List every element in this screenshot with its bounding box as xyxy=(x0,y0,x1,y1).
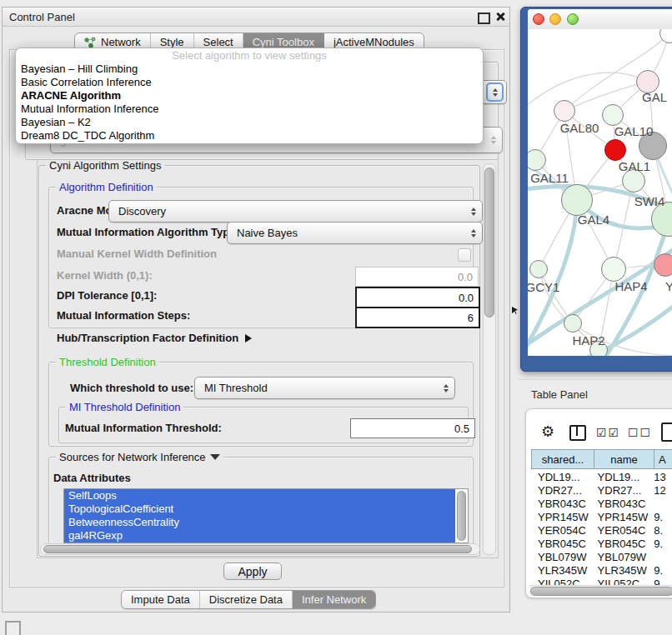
table-row[interactable]: YBR043C YBR043C xyxy=(531,497,672,510)
network-window-titlebar xyxy=(528,9,672,30)
table-row[interactable]: YER054C YER054C 8. xyxy=(531,523,672,537)
vertical-scrollbar-thumb[interactable] xyxy=(484,168,494,318)
mi-type-combo[interactable]: Naive Bayes xyxy=(227,222,483,244)
popup-item[interactable]: Bayesian – K2 xyxy=(16,116,483,129)
select-all-icon[interactable]: ☑☑ xyxy=(596,426,620,439)
popup-item[interactable]: Basic Correlation Inference xyxy=(16,76,483,89)
kernel-width-input[interactable]: 0.0 xyxy=(355,267,479,287)
expanded-arrow-icon[interactable] xyxy=(210,454,220,460)
manual-kernel-checkbox[interactable] xyxy=(458,248,471,262)
deselect-all-icon[interactable]: ☐☐ xyxy=(628,426,652,439)
close-traffic-light[interactable] xyxy=(533,13,544,25)
popup-item-selected[interactable]: ARACNE Algorithm xyxy=(16,89,483,102)
which-threshold-value: MI Threshold xyxy=(204,382,268,394)
node-label: GAL80 xyxy=(553,121,606,135)
table-panel-card: ⚙ ☑☑ ☐☐ shared... name A YDL19... YDL19.… xyxy=(525,408,672,598)
data-attributes-list[interactable]: SelfLoops TopologicalCoefficient Between… xyxy=(63,488,469,543)
network-node-selected[interactable] xyxy=(604,139,626,161)
list-item[interactable]: TopologicalCoefficient xyxy=(64,502,455,516)
combo-focus-button[interactable] xyxy=(486,82,504,102)
columns-icon[interactable] xyxy=(569,425,586,441)
table-row[interactable]: YDL19... YDL19... 13 xyxy=(531,470,672,483)
cell: YLR345W xyxy=(531,564,593,577)
screen: { "window": { "title": "Control Panel" }… xyxy=(0,0,672,635)
mi-steps-input[interactable]: 6 xyxy=(355,307,480,328)
horizontal-scrollbar-thumb[interactable] xyxy=(43,545,472,553)
dpi-tolerance-input[interactable]: 0.0 xyxy=(355,287,480,308)
tab-impute-data[interactable]: Impute Data xyxy=(122,591,200,608)
cell: YDR27... xyxy=(531,484,593,497)
collapsed-arrow-icon xyxy=(245,334,252,342)
column-header[interactable]: name xyxy=(594,449,654,469)
cyni-settings-legend: Cyni Algorithm Settings xyxy=(46,159,164,172)
cell: YBR043C xyxy=(531,498,593,510)
minimized-panel-icon[interactable] xyxy=(5,621,21,635)
mi-type-label: Mutual Information Algorithm Type: xyxy=(57,226,239,238)
table-row[interactable]: YDR27... YDR27... 12 xyxy=(531,483,672,497)
table-body: YDL19... YDL19... 13 YDR27... YDR27... 1… xyxy=(531,470,672,585)
network-node[interactable] xyxy=(529,260,548,278)
network-node[interactable] xyxy=(554,100,575,122)
table-row[interactable]: YIL052C YIL052C 9. xyxy=(531,577,672,585)
float-window-icon[interactable] xyxy=(478,12,490,24)
cell: 8. xyxy=(650,524,672,537)
node-label: GAL11 xyxy=(528,171,576,185)
popup-item[interactable]: Mutual Information Inference xyxy=(16,102,483,116)
list-item[interactable]: gal4RGexp xyxy=(64,529,455,542)
table-row[interactable]: YBL079W YBL079W xyxy=(531,550,672,563)
list-scrollbar[interactable] xyxy=(457,491,466,541)
cell: YBR043C xyxy=(593,498,651,510)
popup-hint: Select algorithm to view settings xyxy=(16,48,483,62)
mouse-cursor xyxy=(512,307,518,314)
document-icon[interactable] xyxy=(661,422,672,442)
table-row[interactable]: YLR345W YLR345W 9. xyxy=(531,563,672,577)
hub-definition-toggle[interactable]: Hub/Transcription Factor Definition xyxy=(57,332,252,344)
cell: YER054C xyxy=(531,524,593,537)
vertical-scrollbar-track[interactable] xyxy=(483,163,496,555)
table-hscrollbar-thumb[interactable] xyxy=(530,587,672,596)
cell: YBL079W xyxy=(531,551,593,563)
minimize-traffic-light[interactable] xyxy=(549,13,561,25)
network-canvas[interactable]: GAL GAL80 GAL10 GAL1 GAL11 SWI4 GAL4 GCY… xyxy=(528,29,672,356)
which-threshold-combo[interactable]: MI Threshold xyxy=(194,377,455,399)
which-threshold-label: Which threshold to use: xyxy=(70,382,193,394)
node-label: SWI4 xyxy=(623,194,672,208)
gear-icon[interactable]: ⚙ xyxy=(541,422,554,440)
zoom-traffic-light[interactable] xyxy=(567,13,579,25)
list-item[interactable]: BetweennessCentrality xyxy=(64,516,455,529)
manual-kernel-label: Manual Kernel Width Definition xyxy=(57,248,217,260)
cell: 9. xyxy=(650,578,672,586)
table-row[interactable]: YBR045C YBR045C 9. xyxy=(531,537,672,550)
list-item[interactable]: SelfLoops xyxy=(64,489,455,502)
sources-legend: Sources for Network Inference xyxy=(56,451,223,463)
popup-item[interactable]: Dream8 DC_TDC Algorithm xyxy=(16,129,483,142)
table-row[interactable]: YPR145W YPR145W 9. xyxy=(531,510,672,523)
sources-legend-text: Sources for Network Inference xyxy=(59,451,206,463)
tab-network-label: Network xyxy=(101,36,141,48)
network-icon xyxy=(84,37,97,48)
network-node[interactable] xyxy=(564,314,582,332)
network-node[interactable] xyxy=(654,253,672,277)
horizontal-scrollbar-track[interactable] xyxy=(40,543,480,555)
cyni-bottom-tabbar: Impute Data Discretize Data Infer Networ… xyxy=(121,590,376,609)
cell: 9. xyxy=(650,564,672,577)
popup-item[interactable]: Bayesian – Hill Climbing xyxy=(16,62,483,76)
apply-button[interactable]: Apply xyxy=(223,562,282,580)
column-header[interactable]: shared... xyxy=(531,449,594,469)
cell: YPR145W xyxy=(593,511,651,523)
cell: 13 xyxy=(650,471,672,483)
tab-infer-network[interactable]: Infer Network xyxy=(293,591,375,608)
mi-threshold-legend: MI Threshold Definition xyxy=(66,401,183,413)
network-node[interactable] xyxy=(561,184,593,216)
close-icon[interactable] xyxy=(495,12,505,22)
tab-discretize-data[interactable]: Discretize Data xyxy=(200,591,293,608)
network-node[interactable] xyxy=(601,257,626,282)
cell: YDR27... xyxy=(593,484,651,497)
mi-threshold-input[interactable]: 0.5 xyxy=(350,418,475,438)
table-hscrollbar-track[interactable] xyxy=(529,585,672,596)
column-header[interactable]: A xyxy=(654,449,672,469)
aracne-mode-value: Discovery xyxy=(118,205,166,218)
control-panel-titlebar xyxy=(3,8,509,27)
mi-threshold-label: Mutual Information Threshold: xyxy=(65,422,222,434)
aracne-mode-combo[interactable]: Discovery xyxy=(108,200,483,222)
